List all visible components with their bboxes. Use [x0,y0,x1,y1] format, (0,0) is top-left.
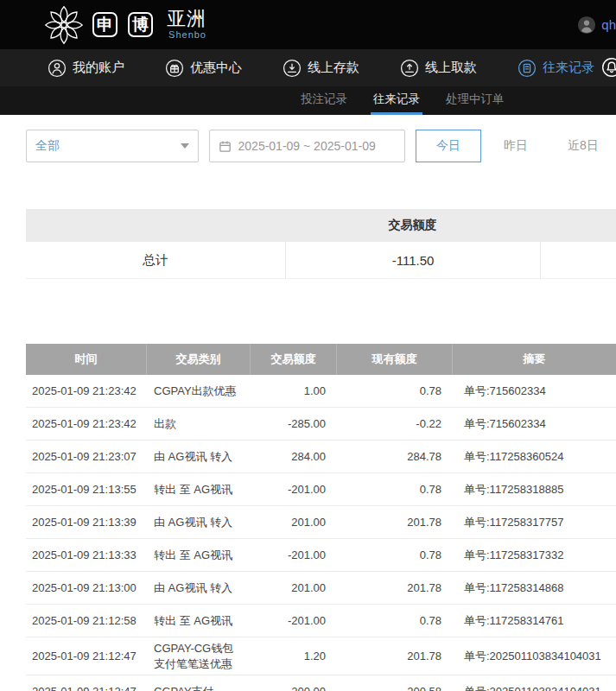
user-account-menu[interactable]: qh [577,16,616,35]
cell-amount: -201.00 [251,473,337,505]
quick-button[interactable]: 近8日 [550,130,616,162]
column-header: 交易额度 [251,344,337,375]
table-row: 2025-01-09 21:13:00由 AG视讯 转入201.00201.78… [26,572,616,605]
nav-item-label: 往来记录 [543,60,594,76]
summary-total-row: 总计 -111.50 [26,242,616,279]
table-row: 2025-01-09 21:12:58转出 至 AG视讯-201.000.78单… [26,605,616,637]
tab-inactive[interactable]: 处理中订单 [443,86,507,115]
cell-note: 单号:202501103834104031 [453,675,616,691]
column-header: 交易类别 [147,344,251,375]
date-range-input[interactable]: 2025-01-09 ~ 2025-01-09 [209,130,405,162]
cell-note: 单号:117258317332 [453,539,616,571]
summary-table: 交易额度 总计 -111.50 [26,209,616,279]
nav-item-label: 线上取款 [425,60,477,76]
date-range-value: 2025-01-09 ~ 2025-01-09 [238,139,376,153]
table-row: 2025-01-09 21:12:47CGPAY-CG钱包支付笔笔送优惠1.20… [26,637,616,675]
cell-type: CGPAY出款优惠 [147,375,251,407]
table-row: 2025-01-09 21:12:47CGPAY支付200.00200.58单号… [26,675,616,691]
summary-total-label: 总计 [26,242,285,278]
cell-balance: 0.78 [337,375,453,407]
cell-time: 2025-01-09 21:13:00 [26,572,147,604]
avatar-icon [577,16,596,35]
cell-amount: 201.00 [251,572,337,604]
cell-time: 2025-01-09 21:13:33 [26,539,147,571]
cell-note: 单号:117258317757 [453,506,616,538]
category-select[interactable]: 全部 [26,130,199,162]
cell-time: 2025-01-09 21:12:47 [26,637,147,675]
deposit-icon [283,59,302,78]
quick-button[interactable]: 昨日 [483,130,549,162]
brand-logo: 申 博 亚洲 Shenbo [43,4,206,46]
nav-item-withdraw[interactable]: 线上取款 [400,59,477,78]
table-row: 2025-01-09 21:23:07由 AG视讯 转入284.00284.78… [26,441,616,473]
quick-button[interactable]: 今日 [416,130,481,162]
category-select-value: 全部 [35,138,60,154]
column-header: 现有额度 [337,344,453,375]
cell-note: 单号:117258318885 [453,473,616,505]
records-table-body: 2025-01-09 21:23:42CGPAY出款优惠1.000.78单号:7… [26,375,616,691]
cell-note: 单号:715602334 [453,375,616,407]
nav-item-deposit[interactable]: 线上存款 [283,59,359,78]
table-row: 2025-01-09 21:23:42CGPAY出款优惠1.000.78单号:7… [26,375,616,408]
nav-item-user[interactable]: 我的账户 [48,59,124,78]
cell-time: 2025-01-09 21:23:42 [26,375,147,407]
nav-item-label: 优惠中心 [190,60,242,76]
cell-balance: 0.78 [337,539,453,571]
brand-region-cn: 亚洲 [167,10,206,29]
cell-type: 转出 至 AG视讯 [147,605,251,637]
tab-active[interactable]: 往来记录 [371,86,422,115]
cell-balance: 200.58 [337,675,453,691]
cell-note: 单号:202501103834104031 [453,637,616,675]
nav-item-gift[interactable]: 优惠中心 [165,59,242,78]
cell-amount: -285.00 [251,408,337,440]
cell-time: 2025-01-09 21:12:47 [26,675,147,691]
cell-balance: 201.78 [337,572,453,604]
records-table-header: 时间交易类别交易额度现有额度摘要 [26,344,616,375]
summary-header-blank2 [540,209,616,242]
cell-balance: -0.22 [337,408,453,440]
chevron-down-icon [181,143,189,149]
cell-balance: 0.78 [337,473,453,505]
cell-amount: 1.00 [251,375,337,407]
cell-note: 单号:117258360524 [453,441,616,472]
records-icon [518,59,537,78]
withdraw-icon [400,59,419,78]
cell-amount: 284.00 [251,441,337,472]
cell-type: 转出 至 AG视讯 [147,539,251,571]
table-row: 2025-01-09 21:13:33转出 至 AG视讯-201.000.78单… [26,539,616,572]
cell-note: 单号:715602334 [453,408,616,440]
cell-type: 转出 至 AG视讯 [147,473,251,505]
column-header: 摘要 [453,344,616,375]
cell-amount: 1.20 [251,637,337,675]
cell-type: 由 AG视讯 转入 [147,506,251,538]
summary-total-blank [540,242,616,278]
cell-balance: 0.78 [337,605,453,637]
quick-date-buttons: 今日昨日近8日 [416,130,616,162]
nav-item-label: 我的账户 [73,60,124,76]
tab-inactive[interactable]: 投注记录 [298,86,350,115]
calendar-icon [219,140,232,153]
cell-type: 由 AG视讯 转入 [147,572,251,604]
cell-type: CGPAY支付 [147,675,251,691]
cell-time: 2025-01-09 21:13:39 [26,506,147,538]
summary-header-amount: 交易额度 [285,209,540,242]
cell-balance: 201.78 [337,506,453,538]
cell-note: 单号:117258314761 [453,605,616,637]
cell-type: CGPAY-CG钱包支付笔笔送优惠 [147,637,251,675]
summary-header-blank [26,209,285,242]
username-text: qh [601,17,616,32]
table-row: 2025-01-09 21:23:42出款-285.00-0.22单号:7156… [26,408,616,441]
bell-icon[interactable] [601,57,616,78]
table-row: 2025-01-09 21:13:55转出 至 AG视讯-201.000.78单… [26,473,616,506]
records-table: 时间交易类别交易额度现有额度摘要 2025-01-09 21:23:42CGPA… [26,344,616,691]
brand-char-bo: 博 [128,12,153,37]
user-icon [48,59,67,78]
gift-icon [165,59,184,78]
cell-note: 单号:117258314868 [453,572,616,604]
main-nav-items: 我的账户优惠中心线上存款线上取款往来记录 [48,59,616,78]
cell-balance: 201.78 [337,637,453,675]
record-tabs: 投注记录往来记录处理中订单 [0,86,616,115]
nav-item-records[interactable]: 往来记录 [518,59,594,78]
brand-region: 亚洲 Shenbo [167,10,206,40]
cell-amount: -201.00 [251,539,337,571]
